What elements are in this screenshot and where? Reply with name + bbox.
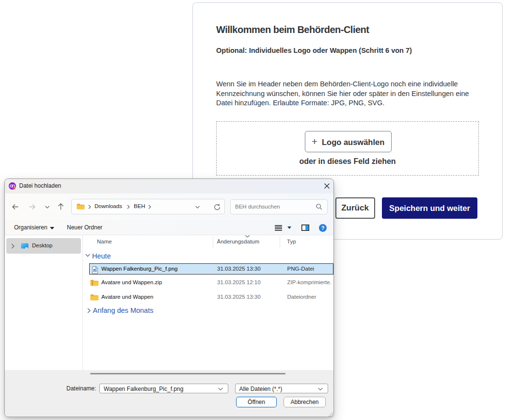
- svg-text:?: ?: [321, 225, 325, 230]
